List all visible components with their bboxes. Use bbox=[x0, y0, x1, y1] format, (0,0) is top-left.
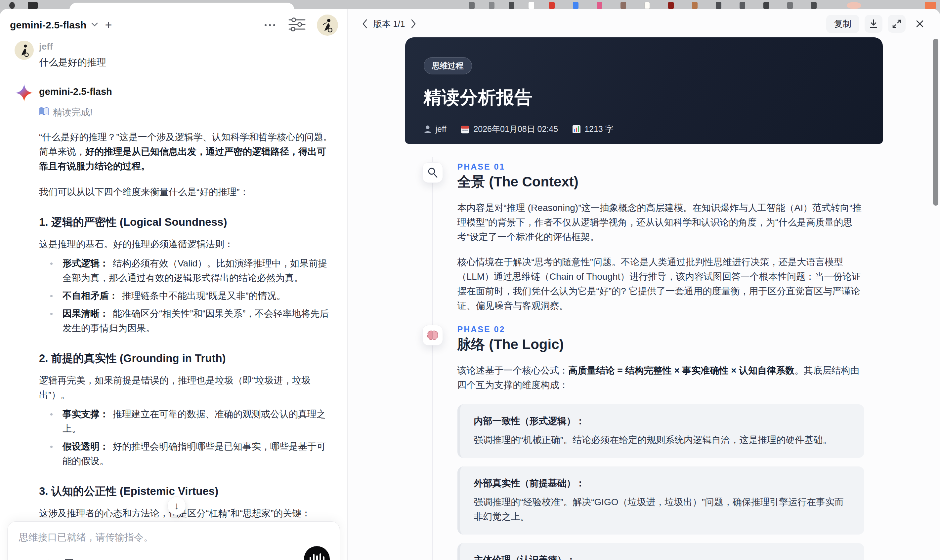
browser-extension-icon[interactable] bbox=[716, 2, 721, 9]
download-button[interactable] bbox=[864, 15, 883, 33]
version-label: 版本 1/1 bbox=[373, 18, 405, 30]
list-item: 形式逻辑：结构必须有效（Valid）。比如演绎推理中，如果前提全部为真，那么通过… bbox=[39, 256, 333, 285]
arrow-down-icon: ↓ bbox=[174, 500, 179, 511]
browser-extension-icon[interactable] bbox=[668, 2, 674, 9]
close-button[interactable] bbox=[911, 15, 929, 33]
user-avatar[interactable] bbox=[317, 15, 338, 36]
report-title: 精读分析报告 bbox=[424, 86, 864, 110]
report-hero-card: 思维过程 精读分析报告 jeff bbox=[405, 37, 883, 144]
browser-extension-icon[interactable] bbox=[644, 2, 650, 9]
waveform-icon bbox=[313, 554, 314, 560]
phase-title: 全景 (The Context) bbox=[458, 174, 864, 190]
dimension-card: 外部真实性（前提基础）： 强调推理的“经验校准”。解决“GIGO（垃圾进，垃圾出… bbox=[458, 466, 864, 535]
browser-extension-icon[interactable] bbox=[811, 2, 817, 9]
browser-icon[interactable] bbox=[9, 2, 15, 9]
magnifier-icon bbox=[422, 162, 443, 183]
bullet-dot bbox=[50, 295, 52, 297]
bullet-dot bbox=[50, 446, 52, 448]
dimension-card: 主体伦理（认识美德）： 转向推理者的心理特征。引入奥卡姆剃刀和反向论证，旨在克服… bbox=[458, 543, 864, 560]
report-phases: PHASE 01 全景 (The Context) 本内容是对“推理 (Reas… bbox=[405, 144, 883, 560]
chevron-down-icon[interactable] bbox=[91, 22, 99, 28]
user-message-text: 什么是好的推理 bbox=[39, 56, 106, 69]
waveform-icon bbox=[319, 553, 321, 560]
browser-profile-avatar[interactable] bbox=[847, 2, 861, 9]
phase-paragraph: 该论述基于一个核心公式：高质量结论 = 结构完整性 × 事实准确性 × 认知自律… bbox=[458, 363, 864, 392]
section-heading: 3. 认知的公正性 (Epistemic Virtues) bbox=[39, 484, 333, 498]
list-item: 假设透明：好的推理会明确指明哪些是已知事实，哪些是基于可能的假设。 bbox=[39, 439, 333, 468]
bar-chart-icon bbox=[573, 125, 581, 134]
bullet-list: 事实支撑：推理建立在可靠的数据、准确的观测或公认的真理之上。 假设透明：好的推理… bbox=[39, 407, 333, 468]
composer-toolbar: + bbox=[19, 558, 328, 560]
waveform-icon bbox=[316, 555, 318, 560]
browser-extension-icon[interactable] bbox=[692, 2, 698, 9]
user-avatar bbox=[15, 41, 34, 60]
card-title: 主体伦理（认识美德）： bbox=[474, 554, 851, 560]
phase-section: PHASE 01 全景 (The Context) 本内容是对“推理 (Reas… bbox=[422, 162, 883, 313]
bullet-dot bbox=[50, 263, 52, 265]
next-version-button[interactable] bbox=[410, 19, 417, 29]
browser-extension-icon[interactable] bbox=[763, 2, 769, 9]
browser-extension-icon[interactable] bbox=[529, 2, 534, 9]
prev-version-button[interactable] bbox=[362, 19, 368, 29]
model-settings-icon[interactable] bbox=[288, 17, 306, 33]
chat-panel: gemini-2.5-flash + bbox=[0, 9, 347, 560]
section-lead: 逻辑再完美，如果前提是错误的，推理也是垃圾（即“垃圾进，垃圾出”）。 bbox=[39, 373, 333, 402]
section-lead: 这是推理的基石。好的推理必须遵循逻辑法则： bbox=[39, 237, 333, 252]
model-selector[interactable]: gemini-2.5-flash bbox=[10, 20, 87, 31]
browser-extension-icon[interactable] bbox=[573, 2, 578, 9]
browser-extension-icon[interactable] bbox=[621, 2, 626, 9]
card-text: 强调推理的“经验校准”。解决“GIGO（垃圾进，垃圾出）”问题，确保推理引擎运行… bbox=[474, 495, 851, 524]
scroll-to-bottom-button[interactable]: ↓ bbox=[167, 497, 186, 515]
browser-extension-icon[interactable] bbox=[787, 2, 793, 9]
expand-button[interactable] bbox=[888, 15, 906, 33]
phase-label: PHASE 01 bbox=[458, 162, 864, 171]
attach-button[interactable]: + bbox=[19, 558, 33, 560]
copy-button[interactable]: 复制 bbox=[826, 15, 859, 33]
report-toolbar: 版本 1/1 复制 bbox=[348, 9, 940, 37]
user-name: jeff bbox=[39, 41, 106, 52]
bookmark-icon[interactable] bbox=[64, 559, 74, 560]
bullet-list: 形式逻辑：结构必须有效（Valid）。比如演绎推理中，如果前提全部为真，那么通过… bbox=[39, 256, 333, 335]
chat-messages: jeff 什么是好的推理 bbox=[0, 38, 347, 560]
report-scrollbar[interactable] bbox=[933, 38, 938, 206]
report-badge: 思维过程 bbox=[424, 57, 472, 74]
report-panel: 版本 1/1 复制 bbox=[347, 9, 940, 560]
person-icon bbox=[424, 125, 431, 134]
browser-extension-icon[interactable] bbox=[549, 2, 555, 9]
report-actions: 复制 bbox=[826, 15, 929, 33]
sparkle-icon[interactable] bbox=[42, 558, 55, 560]
more-options-button[interactable] bbox=[265, 24, 275, 26]
browser-extension-icon[interactable] bbox=[489, 2, 495, 9]
voice-input-button[interactable] bbox=[304, 546, 330, 560]
bullet-dot bbox=[50, 313, 52, 315]
phase-section: PHASE 02 脉络 (The Logic) 该论述基于一个核心公式：高质量结… bbox=[422, 325, 883, 560]
new-chat-button[interactable]: + bbox=[105, 19, 112, 31]
browser-topbar bbox=[0, 0, 940, 9]
browser-extension-icon[interactable] bbox=[925, 2, 936, 9]
browser-extension-icon[interactable] bbox=[740, 2, 745, 9]
browser-extension-icon[interactable] bbox=[469, 2, 475, 9]
status-line: 精读完成! bbox=[39, 106, 333, 118]
assistant-message-header: gemini-2.5-flash bbox=[15, 84, 337, 103]
card-title: 内部一致性（形式逻辑）： bbox=[474, 415, 851, 428]
card-title: 外部真实性（前提基础）： bbox=[474, 477, 851, 489]
browser-extension-icon[interactable] bbox=[509, 2, 514, 9]
phase-paragraph: 核心情境在于解决“思考的随意性”问题。不论是人类通过批判性思维进行决策，还是大语… bbox=[458, 255, 864, 313]
assistant-paragraph: 我们可以从以下四个维度来衡量什么是“好的推理”： bbox=[39, 185, 333, 199]
browser-icon[interactable] bbox=[28, 2, 38, 9]
card-text: 强调推理的“机械正确”。结论必须在给定的规则系统内逻辑自洽，这是推理的硬件基础。 bbox=[474, 433, 851, 447]
browser-extension-icon[interactable] bbox=[597, 2, 602, 9]
address-bar[interactable] bbox=[69, 3, 294, 9]
report-author: jeff bbox=[424, 124, 447, 134]
report-meta: jeff 2026年01月08日 02:45 bbox=[424, 124, 864, 135]
chat-input[interactable]: 思维接口已就绪，请传输指令。 bbox=[19, 531, 328, 544]
phase-title: 脉络 (The Logic) bbox=[458, 336, 864, 353]
section-heading: 2. 前提的真实性 (Grounding in Truth) bbox=[39, 351, 333, 365]
waveform-icon bbox=[310, 557, 311, 560]
brain-icon bbox=[422, 325, 443, 345]
assistant-message-body: 精读完成! “什么是好的推理？”这是一个涉及逻辑学、认知科学和哲学核心的问题。简… bbox=[39, 106, 333, 560]
version-nav: 版本 1/1 bbox=[362, 18, 417, 30]
calendar-icon bbox=[461, 125, 469, 134]
chat-header: gemini-2.5-flash + bbox=[0, 9, 347, 38]
composer: 思维接口已就绪，请传输指令。 + bbox=[7, 522, 340, 560]
